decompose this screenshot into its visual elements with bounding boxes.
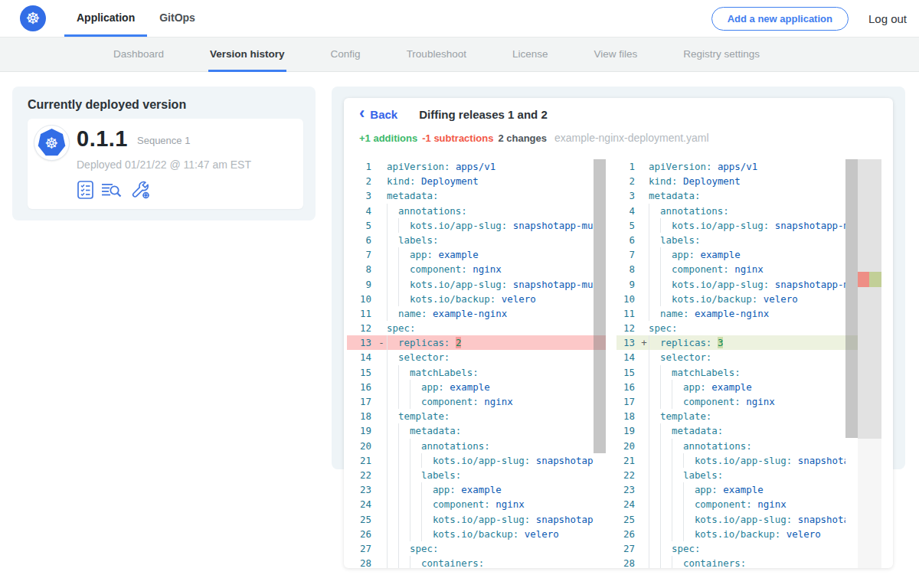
- diff-line: 5kots.io/app-slug: snapshotapp-mu: [347, 218, 606, 233]
- diff-line: 13+replicas: 3: [616, 335, 858, 350]
- tab-config[interactable]: Config: [329, 38, 362, 72]
- diff-line: 18template:: [616, 409, 858, 423]
- overview-ruler-track: [858, 159, 881, 439]
- tab-dashboard[interactable]: Dashboard: [112, 38, 165, 72]
- diff-line: 28containers:: [616, 556, 858, 568]
- nav-tab-gitops[interactable]: GitOps: [147, 0, 208, 37]
- diff-line: 23app: example: [347, 482, 606, 497]
- diff-pane-old-content: 1apiVersion: apps/v12kind: Deployment3me…: [347, 159, 606, 568]
- diff-line: 20annotations:: [616, 439, 858, 453]
- diff-line: 13-replicas: 2: [347, 335, 606, 350]
- diff-line: 2kind: Deployment: [347, 174, 606, 188]
- diff-line: 12spec:: [616, 321, 858, 335]
- diff-line: 27spec:: [347, 541, 606, 556]
- diff-line: 11name: example-nginx: [616, 306, 858, 321]
- diff-line: 11name: example-nginx: [347, 306, 606, 321]
- diff-line: 1apiVersion: apps/v1: [347, 159, 606, 174]
- sequence-label: Sequence 1: [137, 135, 190, 146]
- diff-line: 21kots.io/app-slug: snapshotap: [616, 453, 858, 468]
- edit-config-icon[interactable]: [130, 179, 151, 200]
- diff-line: 14selector:: [347, 350, 606, 364]
- header-nav: Application GitOps: [64, 0, 208, 37]
- overview-inserted-marker: [869, 272, 881, 287]
- diff-line: 23app: example: [616, 482, 858, 497]
- subtractions-count: -1 subtractions: [422, 132, 493, 144]
- diff-line: 15matchLabels:: [347, 365, 606, 380]
- tab-version-history[interactable]: Version history: [208, 38, 286, 72]
- diff-line: 12spec:: [347, 321, 606, 335]
- diff-filename: example-nginx-deployment.yaml: [554, 132, 709, 144]
- tab-license[interactable]: License: [511, 38, 550, 72]
- diff-line: 15matchLabels:: [616, 365, 858, 380]
- diff-line: 21kots.io/app-slug: snapshotap: [347, 453, 606, 468]
- diff-line: 26kots.io/backup: velero: [616, 527, 858, 541]
- diff-line: 8component: nginx: [347, 262, 606, 276]
- top-header: ☸ Application GitOps Add a new applicati…: [0, 0, 919, 37]
- diff-line: 14selector:: [616, 350, 858, 364]
- diff-line: 10kots.io/backup: velero: [347, 292, 606, 306]
- logout-link[interactable]: Log out: [868, 12, 907, 25]
- app-icon-badge: ☸: [34, 125, 70, 161]
- diff-line: 3metadata:: [616, 188, 858, 203]
- additions-count: +1 additions: [359, 132, 417, 144]
- diff-line: 3metadata:: [347, 188, 606, 203]
- diff-line: 4annotations:: [616, 204, 858, 218]
- diff-stats-row: +1 additions -1 subtractions 2 changes e…: [359, 132, 709, 144]
- nav-tab-application[interactable]: Application: [64, 0, 147, 37]
- chevron-left-icon: ‹: [359, 107, 365, 119]
- diff-line: 6labels:: [616, 233, 858, 247]
- deployed-version-tile: ☸ 0.1.1 Sequence 1 Deployed 01/21/22 @ 1…: [28, 119, 303, 209]
- tab-registry-settings[interactable]: Registry settings: [682, 38, 761, 72]
- version-number: 0.1.1: [77, 126, 128, 152]
- scrollbar-thumb-new[interactable]: [845, 159, 858, 438]
- diff-line: 19metadata:: [347, 423, 606, 438]
- diff-line: 24component: nginx: [347, 497, 606, 511]
- diff-line: 8component: nginx: [616, 262, 858, 276]
- diff-line: 28containers:: [347, 556, 606, 568]
- diff-line: 24component: nginx: [616, 497, 858, 511]
- diff-card: ‹ Back Diffing releases 1 and 2 +1 addit…: [344, 98, 893, 568]
- add-application-button[interactable]: Add a new application: [711, 7, 849, 31]
- diff-line: 1apiVersion: apps/v1: [616, 159, 858, 174]
- kubernetes-wheel-icon: ☸: [38, 129, 66, 157]
- diff-title: Diffing releases 1 and 2: [419, 108, 548, 121]
- version-action-icons: [77, 179, 151, 200]
- diff-pane-old: 1apiVersion: apps/v12kind: Deployment3me…: [347, 159, 606, 568]
- diff-pane-new-content: 1apiVersion: apps/v12kind: Deployment3me…: [616, 159, 881, 568]
- main-content: Currently deployed version ☸ 0.1.1 Seque…: [0, 72, 919, 588]
- diff-line: 16app: example: [347, 380, 606, 394]
- back-button[interactable]: ‹ Back: [359, 108, 397, 121]
- diff-line: 17component: nginx: [347, 394, 606, 409]
- tab-view-files[interactable]: View files: [592, 38, 639, 72]
- diff-line: 27spec:: [616, 541, 858, 556]
- deployed-timestamp: Deployed 01/21/22 @ 11:47 am EST: [77, 158, 251, 171]
- scrollbar-thumb-old[interactable]: [594, 159, 606, 453]
- diff-line: 7app: example: [616, 247, 858, 262]
- diff-line: 17component: nginx: [616, 394, 858, 409]
- diff-overview-ruler: [858, 159, 881, 568]
- release-notes-icon[interactable]: [77, 180, 94, 200]
- diff-line: 10kots.io/backup: velero: [616, 292, 858, 306]
- diff-line: 2kind: Deployment: [616, 174, 858, 188]
- diff-line: 22labels:: [616, 468, 858, 482]
- diff-line: 9kots.io/app-slug: snapshotapp-mu: [616, 277, 858, 292]
- currently-deployed-card: Currently deployed version ☸ 0.1.1 Seque…: [12, 87, 316, 220]
- diff-line: 6labels:: [347, 233, 606, 247]
- diff-line: 7app: example: [347, 247, 606, 262]
- deployed-card-title: Currently deployed version: [28, 98, 186, 112]
- diff-line: 22labels:: [347, 468, 606, 482]
- diff-line: 20annotations:: [347, 439, 606, 453]
- diff-line: 25kots.io/app-slug: snapshotap: [616, 512, 858, 527]
- diff-line: 25kots.io/app-slug: snapshotap: [347, 512, 606, 527]
- app-subnav: Dashboard Version history Config Trouble…: [0, 37, 919, 72]
- diff-line: 19metadata:: [616, 423, 858, 438]
- overview-deleted-marker: [858, 272, 869, 287]
- diff-line: 18template:: [347, 409, 606, 423]
- kubernetes-logo-icon: ☸: [20, 5, 46, 31]
- view-logs-icon[interactable]: [101, 180, 123, 200]
- diff-line: 4annotations:: [347, 204, 606, 218]
- diff-line: 9kots.io/app-slug: snapshotapp-mu: [347, 277, 606, 292]
- diff-line: 26kots.io/backup: velero: [347, 527, 606, 541]
- tab-troubleshoot[interactable]: Troubleshoot: [405, 38, 468, 72]
- changes-count: 2 changes: [498, 132, 547, 144]
